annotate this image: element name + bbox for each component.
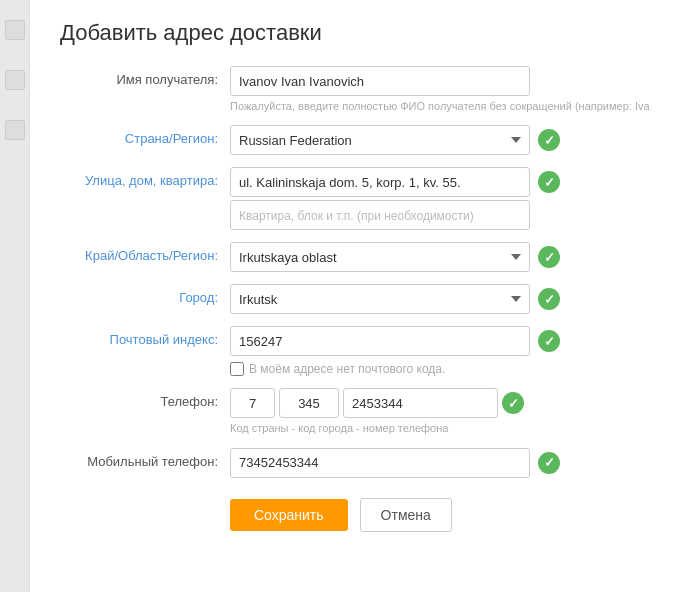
street-row: Улица, дом, квартира:: [60, 167, 670, 230]
mobile-field-wrap: [230, 448, 670, 478]
phone-hint: Код страны - код города - номер телефона: [230, 421, 670, 435]
recipient-field-wrap: Пожалуйста, введите полностью ФИО получа…: [230, 66, 670, 113]
mobile-row: Мобильный телефон:: [60, 448, 670, 478]
phone-field-wrap: Код страны - код города - номер телефона: [230, 388, 670, 435]
postal-check-icon: [538, 330, 560, 352]
country-label: Страна/Регион:: [60, 125, 230, 146]
sidebar: [0, 0, 30, 592]
region-field-wrap: Irkutskaya oblast: [230, 242, 670, 272]
phone-check-icon: [502, 392, 524, 414]
form-container: Имя получателя: Пожалуйста, введите полн…: [60, 66, 670, 478]
region-row: Край/Область/Регион: Irkutskaya oblast: [60, 242, 670, 272]
mobile-field-row: [230, 448, 670, 478]
city-label: Город:: [60, 284, 230, 305]
recipient-input[interactable]: [230, 66, 530, 96]
mobile-label: Мобильный телефон:: [60, 448, 230, 469]
main-content: Добавить адрес доставки Имя получателя: …: [30, 0, 700, 592]
country-row: Страна/Регион: Russian Federation: [60, 125, 670, 155]
save-button[interactable]: Сохранить: [230, 499, 348, 531]
country-field-row: Russian Federation: [230, 125, 670, 155]
city-field-row: Irkutsk: [230, 284, 670, 314]
city-field-wrap: Irkutsk: [230, 284, 670, 314]
city-select[interactable]: Irkutsk: [230, 284, 530, 314]
phone-row: Телефон: Код страны - код города - номер…: [60, 388, 670, 435]
postal-input[interactable]: [230, 326, 530, 356]
page-title: Добавить адрес доставки: [60, 20, 670, 46]
recipient-label: Имя получателя:: [60, 66, 230, 87]
phone-field-row: [230, 388, 670, 418]
apartment-input[interactable]: [230, 200, 530, 230]
country-check-icon: [538, 129, 560, 151]
region-select[interactable]: Irkutskaya oblast: [230, 242, 530, 272]
recipient-field-row: [230, 66, 670, 96]
recipient-row: Имя получателя: Пожалуйста, введите полн…: [60, 66, 670, 113]
phone-area-input[interactable]: [279, 388, 339, 418]
phone-number-input[interactable]: [343, 388, 498, 418]
mobile-input[interactable]: [230, 448, 530, 478]
street-field-wrap: [230, 167, 670, 230]
postal-checkbox-label: В моём адресе нет почтового кода.: [249, 362, 445, 376]
city-check-icon: [538, 288, 560, 310]
region-check-icon: [538, 246, 560, 268]
postal-checkbox-row: В моём адресе нет почтового кода.: [230, 362, 670, 376]
recipient-hint: Пожалуйста, введите полностью ФИО получа…: [230, 99, 670, 113]
phone-label: Телефон:: [60, 388, 230, 409]
region-label: Край/Область/Регион:: [60, 242, 230, 263]
country-field-wrap: Russian Federation: [230, 125, 670, 155]
street-input[interactable]: [230, 167, 530, 197]
street-field-row: [230, 167, 670, 197]
mobile-check-icon: [538, 452, 560, 474]
page-wrapper: Добавить адрес доставки Имя получателя: …: [0, 0, 700, 592]
postal-field-row: [230, 326, 670, 356]
sidebar-nav-item-1: [5, 20, 25, 40]
phone-country-input[interactable]: [230, 388, 275, 418]
sidebar-nav-item-2: [5, 70, 25, 90]
sidebar-nav-item-3: [5, 120, 25, 140]
postal-checkbox[interactable]: [230, 362, 244, 376]
apartment-field-row: [230, 200, 670, 230]
street-check-icon: [538, 171, 560, 193]
country-select[interactable]: Russian Federation: [230, 125, 530, 155]
postal-label: Почтовый индекс:: [60, 326, 230, 347]
postal-field-wrap: В моём адресе нет почтового кода.: [230, 326, 670, 376]
city-row: Город: Irkutsk: [60, 284, 670, 314]
street-label: Улица, дом, квартира:: [60, 167, 230, 188]
postal-row: Почтовый индекс: В моём адресе нет почто…: [60, 326, 670, 376]
cancel-button[interactable]: Отмена: [360, 498, 452, 532]
region-field-row: Irkutskaya oblast: [230, 242, 670, 272]
button-row: Сохранить Отмена: [230, 498, 670, 532]
